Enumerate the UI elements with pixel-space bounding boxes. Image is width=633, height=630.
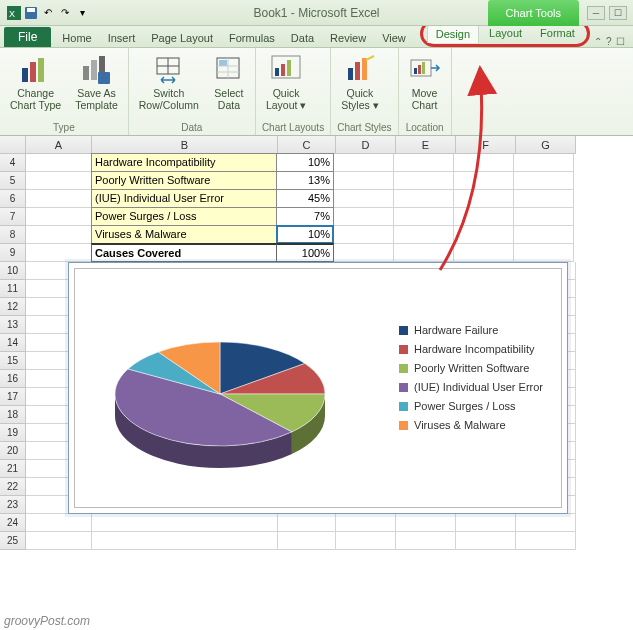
cell[interactable] [26, 226, 92, 244]
cell[interactable] [394, 244, 454, 262]
cell[interactable] [514, 244, 574, 262]
qat-dropdown-icon[interactable]: ▾ [74, 5, 90, 21]
cell[interactable] [514, 190, 574, 208]
cell[interactable] [26, 244, 92, 262]
save-as-template-button[interactable]: Save As Template [71, 52, 122, 113]
cell[interactable] [278, 532, 336, 550]
chart-object[interactable]: Hardware FailureHardware Incompatibility… [68, 262, 568, 514]
quick-layout-button[interactable]: Quick Layout ▾ [262, 52, 310, 113]
quick-styles-button[interactable]: Quick Styles ▾ [337, 52, 383, 113]
col-header[interactable]: G [516, 136, 576, 154]
row-header[interactable]: 5 [0, 172, 26, 190]
row-header[interactable]: 25 [0, 532, 26, 550]
move-chart-button[interactable]: Move Chart [405, 52, 445, 113]
cell[interactable] [516, 532, 576, 550]
tab-insert[interactable]: Insert [100, 29, 144, 47]
row-header[interactable]: 14 [0, 334, 26, 352]
redo-icon[interactable]: ↷ [57, 5, 73, 21]
cell[interactable]: (IUE) Individual User Error [91, 189, 277, 208]
cell[interactable]: Poorly Written Software [91, 171, 277, 190]
row-header[interactable]: 13 [0, 316, 26, 334]
row-header[interactable]: 10 [0, 262, 26, 280]
cell[interactable] [454, 172, 514, 190]
tab-data[interactable]: Data [283, 29, 322, 47]
row-header[interactable]: 18 [0, 406, 26, 424]
row-header[interactable]: 15 [0, 352, 26, 370]
cell[interactable] [336, 514, 396, 532]
ribbon-min-icon[interactable]: ⌃ [594, 36, 602, 47]
row-header[interactable]: 6 [0, 190, 26, 208]
cell[interactable] [92, 532, 278, 550]
help-icon[interactable]: ? [606, 36, 612, 47]
save-icon[interactable] [23, 5, 39, 21]
col-header[interactable]: B [92, 136, 278, 154]
cell[interactable] [394, 154, 454, 172]
switch-row-column-button[interactable]: Switch Row/Column [135, 52, 203, 113]
row-header[interactable]: 8 [0, 226, 26, 244]
cell[interactable] [334, 190, 394, 208]
cell[interactable] [334, 208, 394, 226]
cell[interactable] [26, 172, 92, 190]
cell[interactable]: 7% [276, 207, 334, 226]
cell[interactable] [26, 154, 92, 172]
cell[interactable] [396, 532, 456, 550]
cell[interactable]: Hardware Incompatibility [91, 153, 277, 172]
cell[interactable] [394, 190, 454, 208]
row-header[interactable]: 9 [0, 244, 26, 262]
chart-plot-area[interactable]: Hardware FailureHardware Incompatibility… [74, 268, 562, 508]
cell[interactable] [454, 226, 514, 244]
row-header[interactable]: 4 [0, 154, 26, 172]
tab-design[interactable]: Design [427, 24, 479, 43]
row-header[interactable]: 7 [0, 208, 26, 226]
col-header[interactable]: E [396, 136, 456, 154]
cell[interactable] [394, 226, 454, 244]
cell[interactable] [396, 514, 456, 532]
restore-button[interactable]: ☐ [609, 6, 627, 20]
tab-page-layout[interactable]: Page Layout [143, 29, 221, 47]
cell[interactable] [514, 172, 574, 190]
tab-view[interactable]: View [374, 29, 414, 47]
cell[interactable]: 100% [276, 243, 334, 262]
cell[interactable] [514, 154, 574, 172]
cell[interactable]: 10% [276, 225, 334, 244]
select-all-corner[interactable] [0, 136, 26, 154]
row-header[interactable]: 12 [0, 298, 26, 316]
select-data-button[interactable]: Select Data [209, 52, 249, 113]
cell[interactable]: Causes Covered [91, 243, 277, 262]
cell[interactable] [454, 154, 514, 172]
col-header[interactable]: A [26, 136, 92, 154]
tab-review[interactable]: Review [322, 29, 374, 47]
row-header[interactable]: 23 [0, 496, 26, 514]
cell[interactable]: 45% [276, 189, 334, 208]
tab-formulas[interactable]: Formulas [221, 29, 283, 47]
row-header[interactable]: 22 [0, 478, 26, 496]
cell[interactable] [394, 208, 454, 226]
doc-restore-icon[interactable]: ☐ [616, 36, 625, 47]
cell[interactable] [336, 532, 396, 550]
row-header[interactable]: 21 [0, 460, 26, 478]
tab-format[interactable]: Format [532, 24, 583, 43]
file-tab[interactable]: File [4, 27, 51, 47]
col-header[interactable]: D [336, 136, 396, 154]
undo-icon[interactable]: ↶ [40, 5, 56, 21]
row-header[interactable]: 24 [0, 514, 26, 532]
cell[interactable] [26, 208, 92, 226]
cell[interactable] [394, 172, 454, 190]
cell[interactable] [26, 190, 92, 208]
col-header[interactable]: C [278, 136, 336, 154]
cell[interactable]: Viruses & Malware [91, 225, 277, 244]
row-header[interactable]: 16 [0, 370, 26, 388]
row-header[interactable]: 20 [0, 442, 26, 460]
cell[interactable] [278, 514, 336, 532]
cell[interactable] [514, 208, 574, 226]
cell[interactable]: Power Surges / Loss [91, 207, 277, 226]
cell[interactable] [26, 532, 92, 550]
cell[interactable] [516, 514, 576, 532]
cell[interactable]: 13% [276, 171, 334, 190]
cell[interactable] [334, 226, 394, 244]
cell[interactable] [456, 532, 516, 550]
cell[interactable] [26, 514, 92, 532]
cell[interactable] [334, 172, 394, 190]
cell[interactable] [454, 208, 514, 226]
change-chart-type-button[interactable]: Change Chart Type [6, 52, 65, 113]
